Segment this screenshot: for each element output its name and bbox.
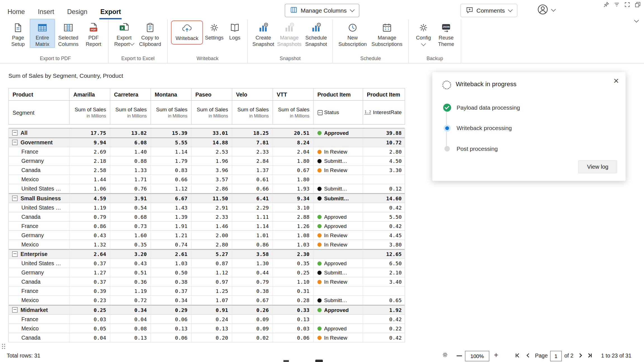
tab-home[interactable]: Home [7,8,26,20]
table-row[interactable]: Enterprise2.643.202.615.273.582.3012.65 [9,249,405,259]
more-options-icon[interactable] [635,2,641,8]
table-settings-gear-icon[interactable] [442,351,449,360]
previous-page-button[interactable] [526,353,530,359]
table-row[interactable]: Small Business4.593.916.6711.506.419.34S… [9,194,405,203]
focus-mode-icon[interactable] [624,2,630,8]
zoom-level-input[interactable] [465,351,489,361]
settings-button[interactable]: Settings [203,19,226,41]
collapse-icon[interactable] [12,130,18,136]
new-subscription-button[interactable]: New Subscription [336,19,369,47]
product-item-header[interactable]: Product Item [314,89,363,100]
logs-button[interactable]: Logs [226,19,244,41]
gear-icon [209,22,220,33]
table-row[interactable]: Canada0.370.360.380.970.791.10In Review3… [9,278,405,287]
next-page-button[interactable] [579,353,583,359]
table-row[interactable]: France0.030.040.060.240.090.130.42 [9,315,405,324]
pdf-report-button[interactable]: PDF PDF Report [82,19,105,47]
account-menu[interactable] [537,4,555,17]
sales-value-cell: 0.67 [232,296,273,305]
sales-value-cell: 0.88 [110,157,151,166]
table-row[interactable]: Mexico0.050.080.130.130.090.03Approved0.… [9,324,405,333]
table-row[interactable]: All17.7513.8215.3933.0118.2520.51Approve… [9,128,405,138]
sales-value-cell: 1.39 [151,212,192,221]
total-rows-label: Total rows: 31 [7,352,40,359]
product-name: Montana [155,91,177,98]
product-column-header[interactable]: Carretera [110,89,151,100]
table-row[interactable]: Germany1.270.510.501.120.440.25Submitt…2… [9,268,405,278]
measure-header[interactable]: Sum of Salesin Millions [273,101,314,124]
status-cell: Submitt… [314,157,363,166]
product-column-header[interactable]: Amarilla [70,89,110,100]
table-row[interactable]: France0.860.731.911.461.141.26Approved0.… [9,222,405,231]
product-column-header[interactable]: Velo [232,89,273,100]
product-column-header[interactable]: Paseo [192,89,233,100]
table-row[interactable]: France2.691.401.142.532.332.04In Review2… [9,147,405,157]
table-row[interactable]: Mexico1.320.350.742.800.861.03In Review3… [9,240,405,249]
table-row[interactable]: Mexico1.441.710.663.570.611.80 [9,175,405,184]
pin-icon[interactable] [603,2,609,8]
measure-header[interactable]: Sum of Salesin Millions [151,101,192,124]
tab-design[interactable]: Design [66,8,88,20]
table-row[interactable]: Midmarket0.250.340.290.910.260.33Approve… [9,305,405,315]
table-row[interactable]: Mexico0.230.720.341.070.670.28Submitt…0.… [9,296,405,305]
table-row[interactable]: Germany2.180.881.791.962.841.80Submitt…4… [9,157,405,166]
collapse-icon[interactable] [12,307,18,313]
status-column-header[interactable]: Status [314,101,363,124]
config-button[interactable]: Config [412,19,435,46]
manage-snapshots-button[interactable]: Manage Snapshots [276,19,303,47]
table-row[interactable]: Germany0.431.601.212.001.011.08In Review… [9,231,405,240]
sales-value-cell: 0.44 [232,268,273,277]
export-report-button[interactable]: X Export Report [112,19,136,47]
tab-insert[interactable]: Insert [37,8,55,20]
row-label: Mexico [22,325,39,332]
copy-to-clipboard-button[interactable]: Copy to Clipboard [136,19,164,47]
filter-icon[interactable] [614,2,620,8]
sales-value-cell: 0.51 [110,268,151,277]
writeback-button[interactable]: Writeback [171,21,203,44]
table-row[interactable]: United States …1.190.541.432.912.293.100… [9,203,405,212]
table-row[interactable]: United States …0.370.431.030.871.300.35A… [9,259,405,268]
collapse-icon[interactable] [12,196,18,201]
measure-header[interactable]: Sum of Salesin Millions [70,101,110,124]
row-header: United States … [9,203,70,212]
zoom-in-button[interactable]: + [494,351,498,360]
create-snapshot-button[interactable]: Create Snapshot [251,19,276,47]
product-column-header[interactable]: Montana [151,89,192,100]
collapse-icon[interactable] [12,251,18,257]
manage-subscriptions-button[interactable]: Manage Subscriptions [369,19,405,47]
zoom-out-button[interactable] [457,356,462,356]
first-page-button[interactable] [515,353,520,359]
page-setup-button[interactable]: Page Setup [6,19,30,47]
product-column-header[interactable]: VTT [273,89,314,100]
sales-value-cell: 1.26 [273,222,314,231]
interest-column-header[interactable]: 1.2 InterestRate [363,101,406,124]
table-row[interactable]: France0.391.190.371.250.380.31 [9,287,405,296]
product-item-header[interactable]: Product Item [363,89,406,100]
measure-header[interactable]: Sum of Salesin Millions [110,101,151,124]
collapse-icon[interactable] [12,140,18,145]
status-cell: In Review [314,278,363,286]
manage-columns-button[interactable]: Manage Columns [285,4,359,17]
status-dot-icon [318,131,322,135]
sales-value-cell: 0.72 [110,296,151,305]
comments-button[interactable]: Comments [460,4,517,17]
last-page-button[interactable] [587,353,593,359]
table-row[interactable]: Canada0.790.681.392.331.112.88Approved5.… [9,212,405,222]
schedule-snapshot-button[interactable]: Schedule Snapshot [303,19,329,47]
table-row[interactable]: Canada0.040.130.060.200.020.06In Review0… [9,333,405,342]
measure-header[interactable]: Sum of Salesin Millions [232,101,273,124]
table-row[interactable]: United States …1.060.761.122.860.661.93S… [9,184,405,194]
view-log-button[interactable]: View log [578,160,617,173]
page-number-input[interactable] [550,351,562,361]
measure-header[interactable]: Sum of Salesin Millions [192,101,233,124]
tab-export[interactable]: Export [100,8,122,20]
corner-header-cell: Product [9,89,70,100]
selected-columns-button[interactable]: Selected Columns [55,19,82,47]
reuse-theme-button[interactable]: JSON Reuse Theme [435,19,458,47]
table-row[interactable]: Canada2.581.330.833.961.370.67In Review3… [9,166,405,175]
page-setup-icon [13,22,23,33]
sales-value-cell: 17.75 [70,128,110,137]
table-row[interactable]: Government9.946.085.5514.887.818.2410.72 [9,138,405,147]
entire-matrix-button[interactable]: Entire Matrix [30,19,55,47]
close-icon[interactable]: × [614,76,619,86]
